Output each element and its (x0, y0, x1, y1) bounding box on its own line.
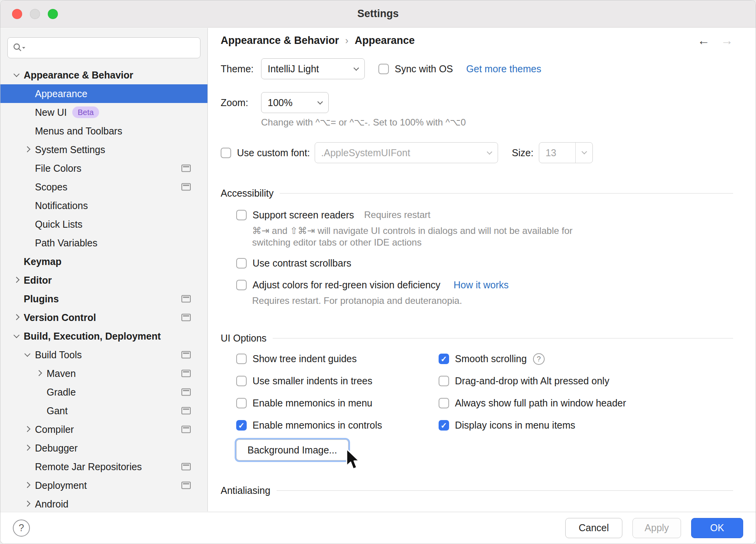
sidebar-item-plugins[interactable]: Plugins (0, 289, 207, 308)
get-more-themes-link[interactable]: Get more themes (466, 63, 541, 75)
display-icons-menu-label: Display icons in menu items (455, 420, 575, 431)
font-size-value: 13 (539, 143, 575, 163)
display-icons-menu-checkbox[interactable] (439, 420, 449, 431)
use-custom-font-label: Use custom font: (237, 147, 310, 159)
mnemonics-controls-label: Enable mnemonics in controls (253, 420, 382, 431)
background-image-button[interactable]: Background Image... (236, 439, 348, 460)
drag-drop-alt-checkbox[interactable] (439, 376, 449, 386)
chevron-down-icon (317, 99, 323, 105)
ide-settings-icon (181, 389, 191, 396)
sidebar-item-scopes[interactable]: Scopes (0, 178, 207, 196)
mnemonics-menu-checkbox[interactable] (236, 398, 247, 408)
sidebar-item-build-tools[interactable]: Build Tools (0, 345, 207, 364)
settings-sidebar: Appearance & Behavior Appearance New UI … (0, 28, 208, 511)
zoom-window-button[interactable] (48, 9, 58, 19)
full-path-window-header-label: Always show full path in window header (455, 398, 626, 409)
theme-dropdown-value: IntelliJ Light (268, 63, 319, 75)
show-tree-indent-guides-checkbox[interactable] (236, 354, 247, 364)
sidebar-item-remote-jar-repositories[interactable]: Remote Jar Repositories (0, 457, 207, 476)
ide-settings-icon (181, 295, 191, 303)
requires-restart-note: Requires restart (364, 209, 430, 220)
section-divider (273, 338, 733, 338)
ide-settings-icon (181, 463, 191, 471)
smooth-scrolling-checkbox[interactable] (439, 354, 449, 364)
minimize-window-button[interactable] (30, 9, 40, 19)
search-icon (12, 42, 26, 53)
dialog-footer: ? Cancel Apply OK (0, 512, 756, 544)
accessibility-section-header: Accessibility (221, 187, 733, 199)
cancel-button[interactable]: Cancel (565, 518, 623, 538)
zoom-dropdown[interactable]: 100% (261, 92, 329, 113)
contrast-scrollbars-checkbox[interactable] (236, 258, 247, 269)
sync-with-os-checkbox[interactable] (378, 64, 389, 74)
how-it-works-link[interactable]: How it works (454, 279, 509, 291)
mnemonics-controls-checkbox[interactable] (236, 420, 247, 431)
sidebar-item-compiler[interactable]: Compiler (0, 420, 207, 439)
sidebar-item-android[interactable]: Android (0, 495, 207, 511)
zoom-label: Zoom: (221, 97, 261, 108)
sidebar-item-maven[interactable]: Maven (0, 364, 207, 383)
sidebar-item-gant[interactable]: Gant (0, 401, 207, 420)
font-size-combo: 13 (539, 142, 593, 163)
settings-search[interactable] (7, 37, 200, 58)
mnemonics-menu-label: Enable mnemonics in menu (253, 398, 373, 409)
breadcrumb: Appearance & Behavior › Appearance ← → (221, 33, 733, 48)
ide-settings-icon (181, 314, 191, 321)
red-green-vision-checkbox[interactable] (236, 280, 247, 290)
chevron-down-icon (582, 149, 587, 154)
sidebar-item-quick-lists[interactable]: Quick Lists (0, 215, 207, 234)
sidebar-item-deployment[interactable]: Deployment (0, 476, 207, 495)
back-button[interactable]: ← (697, 33, 710, 48)
search-input[interactable] (29, 42, 195, 53)
accessibility-title: Accessibility (221, 188, 273, 199)
theme-dropdown[interactable]: IntelliJ Light (261, 58, 365, 79)
sidebar-item-build-execution-deployment[interactable]: Build, Execution, Deployment (0, 327, 207, 345)
support-screen-readers-checkbox[interactable] (236, 210, 247, 220)
zoom-dropdown-value: 100% (268, 97, 293, 108)
help-icon[interactable]: ? (533, 353, 545, 365)
antialiasing-section-header: Antialiasing (221, 485, 733, 496)
smaller-indents-checkbox[interactable] (236, 376, 247, 386)
chevron-down-icon (354, 65, 359, 71)
drag-drop-alt-label: Drag-and-drop with Alt pressed only (455, 375, 609, 387)
ide-settings-icon (181, 482, 191, 489)
use-custom-font-checkbox[interactable] (221, 148, 231, 158)
sidebar-item-version-control[interactable]: Version Control (0, 308, 207, 327)
sidebar-item-path-variables[interactable]: Path Variables (0, 234, 207, 252)
font-size-label: Size: (512, 147, 534, 159)
sidebar-item-appearance[interactable]: Appearance (0, 84, 207, 103)
sidebar-item-new-ui[interactable]: New UI Beta (0, 103, 207, 122)
ide-settings-icon (181, 165, 191, 172)
breadcrumb-appearance-behavior[interactable]: Appearance & Behavior (221, 35, 339, 47)
sidebar-item-keymap[interactable]: Keymap (0, 252, 207, 271)
breadcrumb-separator-icon: › (345, 35, 348, 46)
custom-font-value: .AppleSystemUIFont (321, 147, 410, 159)
sidebar-item-gradle[interactable]: Gradle (0, 383, 207, 401)
smooth-scrolling-label: Smooth scrolling (455, 353, 527, 364)
sync-with-os-label: Sync with OS (395, 63, 453, 75)
sidebar-item-editor[interactable]: Editor (0, 271, 207, 289)
sidebar-item-appearance-behavior[interactable]: Appearance & Behavior (0, 66, 207, 84)
window-title: Settings (357, 8, 399, 20)
help-button[interactable]: ? (13, 520, 30, 537)
sidebar-item-menus-and-toolbars[interactable]: Menus and Toolbars (0, 122, 207, 140)
titlebar: Settings (0, 0, 756, 28)
ui-options-section-header: UI Options (221, 332, 733, 344)
ide-settings-icon (181, 426, 191, 433)
support-screen-readers-label: Support screen readers (253, 209, 354, 221)
settings-tree: Appearance & Behavior Appearance New UI … (0, 66, 207, 511)
section-divider (280, 193, 733, 194)
custom-font-dropdown: .AppleSystemUIFont (315, 142, 498, 163)
close-window-button[interactable] (12, 9, 22, 19)
sidebar-item-file-colors[interactable]: File Colors (0, 159, 207, 178)
ide-settings-icon (181, 370, 191, 377)
sidebar-item-system-settings[interactable]: System Settings (0, 140, 207, 159)
ide-settings-icon (181, 183, 191, 191)
full-path-window-header-checkbox[interactable] (439, 398, 449, 408)
sidebar-item-debugger[interactable]: Debugger (0, 439, 207, 457)
section-divider (277, 490, 733, 491)
contrast-scrollbars-label: Use contrast scrollbars (253, 258, 351, 269)
zoom-shortcut-hint: Change with ^⌥= or ^⌥-. Set to 100% with… (261, 117, 733, 128)
sidebar-item-notifications[interactable]: Notifications (0, 196, 207, 215)
ok-button[interactable]: OK (691, 518, 743, 538)
